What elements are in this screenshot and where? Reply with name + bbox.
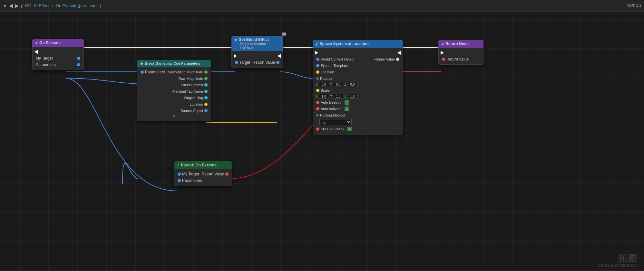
blueprint-canvas: ■ On Execute My Target Parameters ⊕ Brea…	[0, 12, 644, 271]
on-execute-exec-out-pin[interactable]	[34, 50, 38, 54]
breadcrumb-sep: ›	[52, 3, 53, 8]
scale-x-input[interactable]	[319, 94, 329, 99]
get-blood-target-row: Target Return Value	[232, 59, 283, 66]
blueprint-icon: ▼	[3, 3, 7, 8]
spawn-auto-activate-row: Auto Activate ✓	[313, 106, 403, 112]
spawn-exec-row	[313, 50, 403, 56]
return-value-pin[interactable]	[442, 58, 445, 61]
scale-z-input[interactable]	[347, 94, 357, 99]
spawn-auto-destroy-pin[interactable]	[316, 101, 319, 104]
spawn-exec-in-pin[interactable]	[315, 51, 318, 55]
top-bar: ▼ ◀ ▶ ƒ GC_HitEffect › On Execute(pure, …	[0, 0, 644, 12]
spawn-world-label: World Context Object	[321, 57, 354, 61]
spawn-pre-cull-row: Pre Cull Check ✓	[313, 126, 403, 132]
parent-parameters-pin[interactable]	[178, 179, 181, 182]
return-exec-in-pin[interactable]	[441, 51, 444, 55]
bgc-parameters-in-pin[interactable]	[141, 70, 144, 74]
spawn-exec-out-pin[interactable]	[397, 51, 401, 55]
my-target-pin[interactable]	[77, 57, 80, 60]
bgc-effect-label: Effect Context	[181, 83, 203, 87]
get-blood-effect-header: ■ Get Blood Effect Target is Combat Inte…	[231, 36, 283, 51]
spawn-system-node: ƒ Spawn System at Location World Context…	[313, 40, 403, 135]
return-value-row: Return Value	[439, 56, 483, 62]
parent-on-execute-title: Parent: On Execute	[181, 163, 217, 167]
spawn-return-pin[interactable]	[396, 58, 399, 61]
spawn-pooling-label: Pooling Method	[320, 113, 345, 117]
auto-destroy-checkbox[interactable]: ✓	[345, 100, 349, 105]
spawn-world-pin[interactable]	[316, 58, 319, 61]
pooling-method-dropdown[interactable]: 无	[319, 119, 352, 125]
parent-return-pin[interactable]	[225, 173, 229, 176]
spawn-return-label: Return Value	[375, 57, 395, 61]
on-execute-my-target-row: My Target	[33, 55, 83, 61]
spawn-scale-pin[interactable]	[316, 89, 319, 92]
spawn-location-pin[interactable]	[316, 70, 319, 74]
parameters-pin[interactable]	[77, 63, 80, 66]
spawn-auto-activate-label: Auto Activate	[321, 107, 341, 111]
bgc-expand[interactable]: ▼	[137, 114, 211, 119]
rotation-y-input[interactable]	[333, 82, 343, 87]
spawn-auto-destroy-label: Auto Destroy	[321, 100, 341, 104]
spawn-rotation-pin[interactable]	[316, 77, 319, 80]
parent-my-target-label: My Target	[182, 172, 199, 176]
rx-label: X	[316, 83, 318, 86]
break-gameplay-cue-title: Break Gameplay Cue Parameters	[145, 61, 200, 65]
bgc-matched-pin[interactable]	[204, 90, 208, 93]
on-execute-title: On Execute	[39, 41, 61, 45]
spawn-scale-label-row: Scale	[313, 87, 403, 94]
bgc-raw-pin[interactable]	[204, 77, 208, 80]
on-execute-icon: ■	[35, 41, 37, 45]
breadcrumb-class[interactable]: GC_HitEffect	[25, 3, 50, 8]
bgc-raw-row: Raw Magnitude	[137, 75, 211, 82]
get-blood-return-pin[interactable]	[276, 61, 279, 64]
spawn-pooling-dropdown-row: 无	[313, 118, 403, 126]
get-blood-subtitle: Target is Combat Interface	[235, 42, 280, 49]
get-blood-target-pin[interactable]	[235, 61, 238, 64]
bgc-source-pin[interactable]	[204, 109, 208, 112]
bgc-effect-row: Effect Context	[137, 82, 211, 88]
bgc-effect-pin[interactable]	[204, 83, 208, 87]
return-node-node: ■ Return Node Return Value	[438, 40, 483, 65]
my-target-label: My Target	[36, 56, 53, 61]
zoom-level: 缩放 1:1	[627, 3, 641, 8]
sx-label: X	[316, 95, 318, 98]
forward-button[interactable]: ▶	[15, 3, 19, 9]
parent-my-target-pin[interactable]	[178, 173, 181, 176]
spawn-pre-cull-label: Pre Cull Check	[321, 127, 344, 131]
spawn-template-pin[interactable]	[316, 64, 319, 67]
get-blood-exec-in-pin[interactable]	[234, 54, 237, 58]
spawn-pre-cull-pin[interactable]	[316, 127, 319, 131]
spawn-system-header: ƒ Spawn System at Location	[313, 40, 403, 48]
sz-label: Z	[344, 95, 346, 98]
on-execute-body: My Target Parameters	[32, 47, 84, 70]
on-execute-header: ■ On Execute	[32, 39, 84, 47]
bgc-location-pin[interactable]	[204, 103, 208, 106]
bgc-original-pin[interactable]	[204, 96, 208, 99]
bgc-matched-row: Matched Tag Name	[137, 88, 211, 95]
spawn-template-label: System Template	[321, 64, 348, 68]
spawn-auto-activate-pin[interactable]	[316, 107, 319, 110]
pre-cull-checkbox[interactable]: ✓	[347, 127, 352, 131]
parameters-label: Parameters	[36, 62, 56, 67]
rz-label: Z	[344, 83, 346, 86]
auto-activate-checkbox[interactable]: ✓	[345, 107, 349, 111]
return-node-icon: ■	[442, 42, 444, 46]
bgc-raw-label: Raw Magnitude	[179, 77, 203, 80]
scale-y-input[interactable]	[333, 94, 343, 99]
bgc-normalized-pin[interactable]	[204, 70, 208, 74]
return-exec-row	[439, 50, 483, 56]
spawn-pooling-pin[interactable]	[316, 114, 319, 117]
spawn-rotation-label: Rotation	[320, 77, 333, 80]
breadcrumb-method: On Execute(pure, const)	[56, 3, 101, 8]
spawn-pooling-row: Pooling Method	[313, 112, 403, 118]
back-button[interactable]: ◀	[9, 3, 13, 9]
return-node-body: Return Value	[438, 48, 483, 65]
bgc-source-label: Source Object	[181, 109, 203, 113]
get-blood-exec-row	[232, 53, 283, 59]
rotation-z-input[interactable]	[347, 82, 357, 87]
get-blood-target-label: Target	[239, 60, 250, 65]
rotation-x-input[interactable]	[319, 82, 329, 87]
spawn-system-icon: ƒ	[316, 42, 318, 46]
get-blood-exec-out-pin[interactable]	[278, 54, 281, 58]
parent-parameters-row: Parameters	[174, 177, 232, 184]
